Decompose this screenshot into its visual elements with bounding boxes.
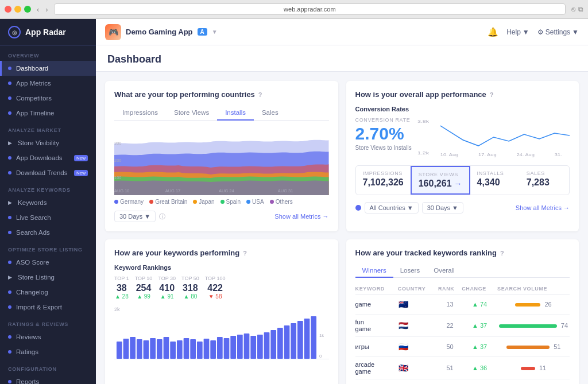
traffic-lights [5,6,31,13]
app-name: Demo Gaming App [126,28,193,36]
volume-bar [515,303,540,307]
legend-great-britain: Great Britain [149,199,187,205]
dot-icon [8,171,11,174]
svg-rect-18 [150,338,156,359]
sidebar-item-competitors[interactable]: Competitors [0,91,96,106]
sidebar-item-search-ads[interactable]: Search Ads [0,225,96,240]
days-filter-button[interactable]: 30 Days ▼ [422,202,463,214]
sidebar-item-label: App Downloads [16,154,63,161]
dot-icon [8,111,11,115]
section-config: Configuration [0,359,96,374]
maximize-button[interactable] [24,6,31,13]
keyword-cell: arcadegame [355,357,398,379]
svg-text:0: 0 [319,354,322,359]
svg-rect-41 [304,319,310,359]
tab-installs[interactable]: Installs [217,106,254,121]
sidebar-item-keywords[interactable]: ▶ Keywords [0,195,96,210]
sidebar-item-store-visibility[interactable]: ▶ Store Visibility [0,135,96,150]
tracked-keyword-tabs: Winners Losers Overall [355,264,570,278]
svg-text:31.: 31. [554,153,562,157]
info-icon[interactable]: ⓘ [159,212,165,221]
col-rank: RANK [438,284,462,294]
svg-text:300: 300 [114,141,121,146]
logo: ◎ App Radar [0,19,96,46]
share-button[interactable]: ⎋ [571,5,575,13]
sidebar-item-live-search[interactable]: Live Search [0,210,96,225]
app-selector[interactable]: 🎮 Demo Gaming App A ▼ [105,24,218,40]
sidebar-item-label: Ratings [16,348,38,355]
sidebar-item-dashboard[interactable]: Dashboard [0,61,96,76]
keyword-cell: игры [355,337,398,357]
tab-losers[interactable]: Losers [393,264,427,278]
dropdown-icon: ▼ [212,29,218,35]
svg-rect-20 [164,337,169,359]
svg-text:17. Aug: 17. Aug [478,153,497,157]
sidebar-item-label: Search Ads [16,229,50,236]
svg-rect-16 [137,339,142,359]
time-filter-button[interactable]: 30 Days ▼ [114,211,156,222]
help-icon[interactable]: ? [500,250,504,257]
sidebar-item-app-downloads[interactable]: App Downloads New [0,150,96,165]
keyword-rankings: TOP 1 38 ▲ 28 TOP 10 254 ▲ 99 TOP 30 410 [114,276,329,300]
chevron-down-icon: ▼ [144,213,150,220]
sidebar-item-app-metrics[interactable]: App Metrics [0,76,96,91]
tab-overall[interactable]: Overall [427,264,461,278]
svg-rect-17 [144,340,149,359]
country-filter-button[interactable]: All Countries ▼ [365,202,419,214]
chart-legend: Germany Great Britain Japan Spain [114,199,329,205]
sidebar-item-label: Store Visibility [18,139,59,146]
svg-rect-36 [270,330,276,359]
show-all-metrics-link[interactable]: Show all Metrics → [274,213,328,220]
sidebar-item-download-trends[interactable]: Download Trends New [0,165,96,180]
forward-button[interactable]: › [43,5,50,14]
settings-button[interactable]: ⚙ Settings ▼ [537,28,579,36]
overall-chart-footer: All Countries ▼ 30 Days ▼ Show all Metri… [355,202,570,214]
svg-rect-27 [210,340,216,359]
country-cell: 🇳🇿 [398,294,438,315]
svg-rect-38 [284,325,290,359]
sidebar-item-reports[interactable]: Reports [0,374,96,384]
rank-cell: 51 [438,357,462,379]
sidebar-item-store-listing[interactable]: ▶ Store Listing [0,270,96,285]
sidebar-item-reviews[interactable]: Reviews [0,329,96,344]
help-button[interactable]: Help ▼ [506,28,529,36]
legend-usa: USA [246,199,264,205]
show-all-metrics-link[interactable]: Show all Metrics → [516,204,570,211]
close-button[interactable] [5,6,11,13]
dot-icon [8,82,11,85]
url-bar[interactable]: web.appradar.com [54,3,566,15]
sidebar-item-import-export[interactable]: Import & Export [0,300,96,315]
sidebar-item-aso-score[interactable]: ASO Score [0,255,96,270]
tab-winners[interactable]: Winners [355,264,393,278]
chart-footer: 30 Days ▼ ⓘ Show all Metrics → [114,211,329,222]
app-platform: A [198,28,207,36]
svg-rect-35 [264,332,270,359]
sidebar-item-app-timeline[interactable]: App Timeline [0,106,96,121]
keyword-performance-card: How are your keywords performing ? Keywo… [105,239,338,384]
tab-impressions[interactable]: Impressions [114,106,166,121]
svg-text:AUG 31: AUG 31 [278,188,293,193]
volume-bar [499,324,557,328]
table-row: fungame 🇳🇱 22 ▲ 37 74 [355,315,570,337]
arrow-icon: ▶ [8,274,12,280]
logo-icon: ◎ [8,26,21,38]
legend-color [246,200,250,204]
help-icon[interactable]: ? [258,91,262,98]
top-countries-card: What are your top performing countries ?… [105,81,338,231]
back-button[interactable]: ‹ [34,5,41,14]
sidebar-item-changelog[interactable]: Changelog [0,285,96,300]
notifications-icon[interactable]: 🔔 [488,27,498,37]
tab-store-views[interactable]: Store Views [166,106,217,121]
change-cell: ▲ 37 [462,337,497,357]
y-label-2k: 2k [114,307,120,312]
country-flag: 🇳🇱 [398,320,409,331]
svg-rect-21 [170,342,176,359]
legend-color [114,200,118,204]
sidebar-item-ratings[interactable]: Ratings [0,344,96,359]
new-tab-button[interactable]: ⧉ [578,5,583,13]
help-icon[interactable]: ? [243,250,247,257]
help-icon[interactable]: ? [490,91,494,98]
tab-sales[interactable]: Sales [254,106,287,121]
tracked-keywords-card: How are your tracked keywords ranking ? … [346,239,579,384]
minimize-button[interactable] [14,6,21,13]
